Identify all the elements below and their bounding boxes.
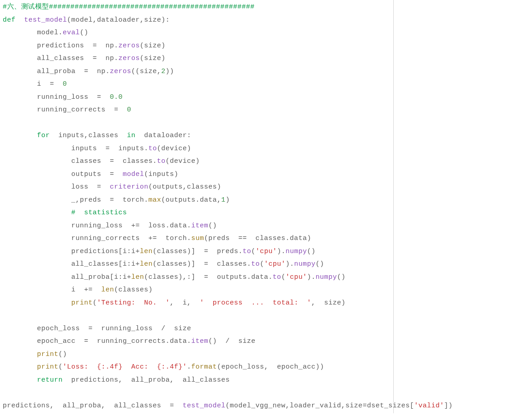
code-token: eval: [63, 29, 80, 37]
code-token: i =: [3, 80, 63, 88]
code-token: (model_vgg_new,loader_valid,size=dset_si…: [225, 402, 414, 410]
code-token: (classes)] = classes.: [153, 260, 252, 268]
code-token: def: [3, 16, 16, 24]
code-token: to: [148, 145, 157, 152]
code-token: return: [37, 376, 63, 384]
code-token: epoch_loss = running_loss / size: [3, 325, 191, 332]
code-token: _,preds = torch.: [3, 196, 148, 204]
code-token: predictions[i:i+: [3, 248, 140, 255]
code-token: 'cpu': [264, 260, 286, 268]
code-token: )): [166, 68, 174, 75]
code-token: 0: [63, 80, 67, 88]
code-token: [3, 376, 37, 384]
code-token: (classes),:] = outputs.data.: [144, 273, 273, 281]
code-token: print: [71, 299, 93, 307]
code-token: ).: [285, 260, 294, 268]
code-token: classes = classes.: [3, 157, 157, 165]
code-token: zeros: [119, 42, 140, 50]
code-token: 'cpu': [285, 273, 307, 281]
code-token: :: [166, 16, 170, 24]
code-token: model: [123, 171, 144, 178]
code-token: 0.0: [110, 93, 123, 101]
code-token: all_proba[i:i+: [3, 273, 131, 281]
code-token: (classes)] = preds.: [153, 248, 243, 255]
code-token: (): [80, 29, 88, 37]
code-token: (): [316, 260, 324, 268]
code-token: (: [59, 363, 63, 371]
code-token: (): [59, 351, 67, 358]
code-token: dataloader:: [136, 132, 192, 139]
code-token: numpy: [294, 260, 316, 268]
code-token: sum: [191, 235, 204, 242]
code-token: (outputs,classes): [148, 183, 221, 191]
code-token: ): [225, 196, 230, 204]
code-token: (: [260, 260, 264, 268]
code-token: epoch_acc = running_corrects.data.: [3, 337, 191, 345]
code-token: i +=: [3, 286, 101, 294]
code-token: 0: [127, 106, 132, 114]
code-token: ).: [277, 248, 285, 255]
code-token: 'Testing: No. ': [97, 299, 170, 307]
code-token: (classes): [114, 286, 153, 294]
code-token: outputs =: [3, 171, 123, 178]
code-token: [3, 209, 71, 217]
code-token: , size): [311, 299, 345, 307]
code-token: len: [131, 273, 144, 281]
code-token: (inputs): [144, 171, 179, 178]
code-token: (): [208, 222, 217, 230]
code-token: zeros: [119, 55, 140, 62]
code-token: ).: [307, 273, 316, 281]
code-token: numpy: [285, 248, 307, 255]
code-token: 2: [161, 68, 166, 75]
code-token: (preds == classes.data): [204, 235, 312, 242]
code-token: ((size,: [131, 68, 161, 75]
code-token: running_loss += loss.data.: [3, 222, 191, 230]
code-token: predictions = np.: [3, 42, 119, 50]
code-token: [16, 16, 24, 24]
code-token: 'cpu': [256, 248, 277, 255]
code-token: print: [37, 363, 59, 371]
code-token: (: [281, 273, 286, 281]
code-token: running_corrects += torch.: [3, 235, 191, 242]
code-token: () / size: [208, 337, 256, 345]
code-token: (): [337, 273, 345, 281]
code-token: model.: [3, 29, 63, 37]
code-token: max: [148, 196, 161, 204]
code-token: 1: [221, 196, 226, 204]
code-token: all_classes[i:i+: [3, 260, 140, 268]
code-token: , i,: [170, 299, 200, 307]
code-token: (: [251, 248, 256, 255]
code-token: (size): [140, 42, 166, 50]
code-token: # statistics: [71, 209, 127, 217]
code-token: len: [140, 260, 153, 268]
code-token: inputs = inputs.: [3, 145, 148, 152]
code-token: all_proba = np.: [3, 68, 110, 75]
code-token: test_model: [183, 402, 225, 410]
code-token: (device): [157, 145, 191, 152]
code-token: for: [37, 132, 50, 139]
code-token: ]): [444, 402, 453, 410]
code-block: #六、测试模型#################################…: [0, 0, 394, 413]
code-token: running_loss =: [3, 93, 110, 101]
code-token: loss =: [3, 183, 110, 191]
code-token: (size): [140, 55, 166, 62]
code-token: inputs,classes: [50, 132, 127, 139]
code-token: test_model: [24, 16, 67, 24]
code-token: (): [307, 248, 316, 255]
code-token: [3, 312, 71, 319]
code-token: 'Loss: {:.4f} Acc: {:.4f}': [63, 363, 187, 371]
code-token: to: [243, 248, 251, 255]
code-token: predictions, all_proba, all_classes =: [3, 402, 183, 410]
code-token: (: [93, 299, 97, 307]
code-token: .: [187, 363, 192, 371]
code-token: len: [140, 248, 153, 255]
code-token: (device): [166, 157, 200, 165]
code-token: running_corrects =: [3, 106, 127, 114]
code-token: [3, 363, 37, 371]
code-token: to: [157, 157, 166, 165]
code-token: [3, 132, 37, 139]
code-token: criterion: [110, 183, 149, 191]
code-token: to: [273, 273, 281, 281]
code-token: [3, 299, 71, 307]
code-token: 'valid': [414, 402, 444, 410]
